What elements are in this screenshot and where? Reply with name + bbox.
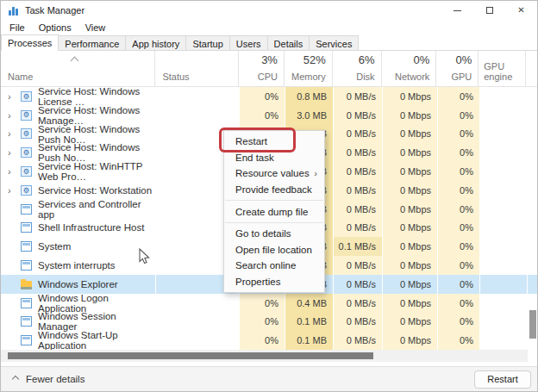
- disk-cell: 0 MB/s: [334, 87, 383, 106]
- fewer-details-label: Fewer details: [26, 374, 84, 384]
- minimize-button[interactable]: [441, 1, 473, 20]
- process-name-cell[interactable]: › ⚙ Service Host: Windows License …: [1, 87, 156, 106]
- network-cell: 0 Mbps: [383, 331, 438, 350]
- row-gutter: [528, 256, 538, 275]
- tab-app-history[interactable]: App history: [126, 35, 186, 51]
- horizontal-scrollbar[interactable]: [1, 350, 528, 362]
- column-header-disk[interactable]: 6% Disk: [333, 51, 382, 86]
- close-icon: ✕: [517, 6, 524, 15]
- app-icon: [21, 222, 32, 233]
- vertical-scrollbar-thumb[interactable]: [529, 310, 536, 339]
- memory-cell: 0.8 MB: [285, 87, 334, 106]
- column-header-gpu-engine[interactable]: GPU engine: [479, 51, 526, 86]
- table-row[interactable]: Windows Logon Application 0% 0.4 MB 0 MB…: [1, 294, 538, 313]
- memory-total-usage: 52%: [303, 53, 326, 66]
- gpu-engine-cell: [480, 256, 528, 275]
- row-gutter: [528, 125, 538, 144]
- row-gutter: [528, 237, 538, 256]
- cpu-total-usage: 3%: [261, 53, 278, 66]
- gpu-engine-cell: [480, 331, 528, 350]
- row-gutter: [528, 106, 538, 125]
- window-title: Task Manager: [25, 5, 84, 16]
- process-name-cell[interactable]: Windows Explorer: [1, 275, 156, 294]
- process-name-cell[interactable]: Services and Controller app: [1, 200, 156, 219]
- process-name-cell[interactable]: › ⚙ Service Host: WinHTTP Web Pro…: [1, 162, 156, 181]
- context-menu-item-go-to-details[interactable]: Go to details: [224, 226, 324, 242]
- expand-chevron-icon[interactable]: ›: [8, 110, 21, 121]
- expand-chevron-icon[interactable]: ›: [8, 91, 21, 102]
- horizontal-scrollbar-thumb[interactable]: [8, 352, 373, 359]
- context-menu-item-open-file-location[interactable]: Open file location: [224, 242, 324, 258]
- tab-services[interactable]: Services: [310, 35, 359, 51]
- folder-icon: [21, 281, 32, 289]
- expand-chevron-icon[interactable]: ›: [8, 166, 21, 177]
- column-header-name[interactable]: Name: [1, 51, 155, 86]
- column-header-network[interactable]: 0% Network: [382, 51, 437, 86]
- tab-users[interactable]: Users: [230, 35, 268, 51]
- column-header-row: Name Status 3% CPU 52% Memory 6% Disk 0%…: [1, 51, 537, 87]
- disk-cell: 0 MB/s: [334, 331, 383, 350]
- tab-details[interactable]: Details: [268, 35, 310, 51]
- disk-cell: 0.1 MB/s: [334, 237, 383, 256]
- close-button[interactable]: ✕: [505, 1, 537, 20]
- menu-item-options[interactable]: Options: [32, 22, 78, 34]
- task-manager-window: Task Manager ✕ FileOptionsView Processes…: [0, 0, 538, 392]
- expand-chevron-icon[interactable]: ›: [8, 128, 21, 139]
- restart-button[interactable]: Restart: [474, 370, 531, 389]
- tab-startup[interactable]: Startup: [186, 35, 229, 51]
- process-name: Service Host: Windows Push No…: [38, 142, 155, 163]
- disk-total-usage: 6%: [359, 53, 375, 66]
- menu-item-file[interactable]: File: [3, 22, 32, 34]
- menu-item-view[interactable]: View: [78, 22, 113, 34]
- column-header-memory[interactable]: 52% Memory: [285, 51, 333, 86]
- process-name-cell[interactable]: › ⚙ Service Host: Workstation: [1, 181, 156, 200]
- column-header-status[interactable]: Status: [155, 51, 239, 86]
- process-name-cell[interactable]: › ⚙ Service Host: Windows Push No…: [1, 125, 156, 144]
- maximize-button[interactable]: [473, 1, 505, 20]
- fewer-details-toggle[interactable]: Fewer details: [13, 374, 84, 384]
- process-name-cell[interactable]: System: [1, 237, 156, 256]
- process-name-cell[interactable]: Shell Infrastructure Host: [1, 219, 156, 238]
- status-cell: [156, 106, 240, 125]
- gpu-engine-cell: [480, 125, 528, 144]
- table-row[interactable]: › ⚙ Service Host: Windows Manage… 0% 3.0…: [1, 106, 538, 125]
- process-name: Windows Session Manager: [38, 311, 155, 332]
- cpu-cell: 0%: [240, 87, 285, 106]
- tab-performance[interactable]: Performance: [59, 35, 126, 51]
- context-menu-item-create-dump-file[interactable]: Create dump file: [224, 203, 324, 220]
- process-name-cell[interactable]: Windows Start-Up Application: [1, 331, 156, 350]
- process-name-cell[interactable]: System interrupts: [1, 256, 156, 275]
- row-gutter: [528, 181, 538, 200]
- app-icon: [21, 241, 32, 252]
- memory-cell: 3.0 MB: [285, 106, 334, 125]
- network-cell: 0 Mbps: [383, 106, 438, 125]
- context-menu-item-search-online[interactable]: Search online: [224, 258, 324, 274]
- row-gutter: [528, 275, 538, 294]
- app-icon: [21, 335, 32, 345]
- process-name-cell[interactable]: Windows Logon Application: [1, 294, 156, 313]
- expand-chevron-icon[interactable]: ›: [8, 147, 21, 158]
- gpu-engine-cell: [480, 143, 528, 162]
- gpu-total-usage: 0%: [455, 53, 472, 66]
- process-name-cell[interactable]: Windows Session Manager: [1, 313, 156, 332]
- column-header-cpu[interactable]: 3% CPU: [239, 51, 285, 86]
- network-cell: 0 Mbps: [383, 275, 438, 294]
- table-row[interactable]: › ⚙ Service Host: Windows License … 0% 0…: [1, 87, 538, 106]
- disk-cell: 0 MB/s: [334, 162, 383, 181]
- process-name-cell[interactable]: › ⚙ Service Host: Windows Push No…: [1, 143, 156, 162]
- tab-processes[interactable]: Processes: [1, 34, 59, 51]
- expand-chevron-icon[interactable]: ›: [8, 185, 21, 196]
- process-name: Service Host: Workstation: [38, 185, 152, 196]
- gpu-cell: 0%: [438, 331, 480, 350]
- context-menu-item-provide-feedback[interactable]: Provide feedback: [224, 182, 324, 198]
- context-menu-item-properties[interactable]: Properties: [224, 274, 324, 290]
- context-menu-item-resource-values[interactable]: Resource values ›: [224, 165, 324, 182]
- cpu-cell: 0%: [240, 106, 285, 125]
- table-row[interactable]: Windows Start-Up Application 0% 0.1 MB 0…: [1, 331, 538, 350]
- mouse-cursor: [139, 248, 150, 264]
- process-name-cell[interactable]: › ⚙ Service Host: Windows Manage…: [1, 106, 156, 125]
- network-cell: 0 Mbps: [383, 294, 438, 313]
- column-header-gpu[interactable]: 0% GPU: [436, 51, 479, 86]
- table-row[interactable]: Windows Session Manager 0% 0.1 MB 0 MB/s…: [1, 313, 538, 332]
- disk-column-label: Disk: [356, 72, 374, 82]
